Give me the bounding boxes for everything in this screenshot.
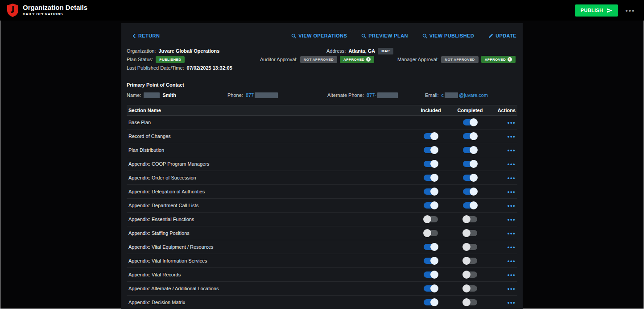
included-cell xyxy=(411,216,450,222)
return-link[interactable]: RETURN xyxy=(132,33,160,38)
completed-toggle[interactable] xyxy=(463,230,477,236)
organization-label: Organization: xyxy=(127,48,156,54)
row-actions-button[interactable]: ••• xyxy=(508,203,516,209)
completed-toggle[interactable] xyxy=(463,299,477,305)
last-published-label: Last Published Date/Time: xyxy=(127,65,184,71)
included-cell xyxy=(411,161,450,167)
row-actions-button[interactable]: ••• xyxy=(508,258,516,264)
completed-toggle[interactable] xyxy=(463,285,477,292)
row-actions-button[interactable]: ••• xyxy=(508,147,516,153)
table-row: Plan Distribution ••• xyxy=(127,143,517,157)
search-icon xyxy=(361,33,366,38)
completed-cell xyxy=(450,244,490,250)
actions-cell: ••• xyxy=(490,203,517,209)
contact-name-label: Name: xyxy=(127,92,141,98)
section-name: Appendix: Alternate / Additional Locatio… xyxy=(127,286,411,291)
included-toggle[interactable] xyxy=(424,258,438,264)
view-operations-link[interactable]: VIEW OPERATIONS xyxy=(291,33,347,38)
included-toggle[interactable] xyxy=(424,188,438,195)
completed-toggle[interactable] xyxy=(463,271,477,278)
row-actions-button[interactable]: ••• xyxy=(508,272,516,278)
row-actions-button[interactable]: ••• xyxy=(508,120,516,125)
address-label: Address: xyxy=(326,48,346,54)
included-toggle[interactable] xyxy=(424,244,438,250)
manager-not-approved-badge[interactable]: NOT APPROVED xyxy=(441,56,478,63)
table-row: Appendix: Staffing Positions ••• xyxy=(127,226,517,240)
actions-cell: ••• xyxy=(490,272,517,278)
completed-toggle[interactable] xyxy=(463,258,477,264)
info-icon: i xyxy=(366,57,371,62)
preview-plan-link[interactable]: PREVIEW PLAN xyxy=(361,33,408,38)
completed-toggle[interactable] xyxy=(463,119,477,125)
included-cell xyxy=(411,202,450,209)
included-toggle[interactable] xyxy=(424,230,438,236)
row-actions-button[interactable]: ••• xyxy=(508,244,516,250)
toggle-knob xyxy=(430,132,438,140)
manager-approved-badge[interactable]: APPROVED i xyxy=(481,56,516,63)
row-actions-button[interactable]: ••• xyxy=(508,300,516,305)
contact-heading: Primary Point of Contact xyxy=(121,82,523,88)
section-name: Appendix: Vital Equipment / Resources xyxy=(127,244,411,250)
row-actions-button[interactable]: ••• xyxy=(508,217,516,222)
publish-button-label: PUBLISH xyxy=(581,8,603,13)
auditor-approved-label: APPROVED xyxy=(343,58,364,62)
header-more-button[interactable]: ••• xyxy=(623,5,637,16)
page-title: Organization Details xyxy=(23,4,87,12)
included-toggle[interactable] xyxy=(424,216,438,222)
completed-toggle[interactable] xyxy=(463,188,477,195)
completed-toggle[interactable] xyxy=(463,147,477,153)
row-actions-button[interactable]: ••• xyxy=(508,161,516,167)
chevron-left-icon xyxy=(132,33,136,38)
search-icon xyxy=(422,33,427,38)
included-toggle[interactable] xyxy=(424,161,438,167)
included-toggle[interactable] xyxy=(424,133,438,139)
completed-toggle[interactable] xyxy=(463,175,477,181)
toggle-knob xyxy=(462,271,471,279)
completed-toggle[interactable] xyxy=(463,216,477,222)
search-icon xyxy=(291,33,296,38)
update-link[interactable]: UPDATE xyxy=(488,33,516,38)
publish-button[interactable]: PUBLISH xyxy=(575,4,618,17)
row-actions-button[interactable]: ••• xyxy=(508,230,516,236)
contact-alt-phone-label: Alternate Phone: xyxy=(327,92,364,98)
completed-toggle[interactable] xyxy=(463,161,477,167)
included-toggle[interactable] xyxy=(424,175,438,181)
actions-cell: ••• xyxy=(490,286,517,292)
row-actions-button[interactable]: ••• xyxy=(508,189,516,195)
view-published-link[interactable]: VIEW PUBLISHED xyxy=(422,33,474,38)
completed-toggle[interactable] xyxy=(463,133,477,139)
section-name: Appendix: Order of Succession xyxy=(127,175,411,180)
actions-cell: ••• xyxy=(490,134,517,139)
toggle-knob xyxy=(430,174,438,182)
actions-cell: ••• xyxy=(490,120,517,125)
included-toggle[interactable] xyxy=(424,202,438,209)
section-name: Record of Changes xyxy=(127,134,411,139)
auditor-approved-badge[interactable]: APPROVED i xyxy=(340,56,374,63)
included-toggle[interactable] xyxy=(424,271,438,278)
table-row: Record of Changes ••• xyxy=(127,129,517,143)
toggle-knob xyxy=(430,160,438,168)
toggle-knob xyxy=(462,284,471,292)
row-actions-button[interactable]: ••• xyxy=(508,286,516,292)
preview-plan-label: PREVIEW PLAN xyxy=(368,33,408,38)
included-toggle[interactable] xyxy=(424,299,438,305)
map-button[interactable]: MAP xyxy=(378,48,393,54)
included-cell xyxy=(411,188,450,195)
included-toggle[interactable] xyxy=(424,285,438,292)
page-subtitle: DAILY OPERATIONS xyxy=(23,13,87,17)
row-actions-button[interactable]: ••• xyxy=(508,134,516,139)
header-actions: Actions xyxy=(490,108,517,113)
row-actions-button[interactable]: ••• xyxy=(508,175,516,181)
included-cell xyxy=(411,147,450,153)
pencil-icon xyxy=(488,33,493,38)
completed-toggle[interactable] xyxy=(463,244,477,250)
included-toggle[interactable] xyxy=(424,147,438,153)
auditor-not-approved-badge[interactable]: NOT APPROVED xyxy=(300,56,337,63)
section-name: Base Plan xyxy=(127,120,411,125)
contact-alt-phone-value[interactable]: 877- xyxy=(367,92,376,98)
contact-phone-value[interactable]: 877 xyxy=(246,92,254,98)
contact-email-value[interactable]: @juvare.com xyxy=(459,92,488,98)
completed-toggle[interactable] xyxy=(463,202,477,209)
toggle-knob xyxy=(423,229,431,237)
actions-cell: ••• xyxy=(490,217,517,222)
